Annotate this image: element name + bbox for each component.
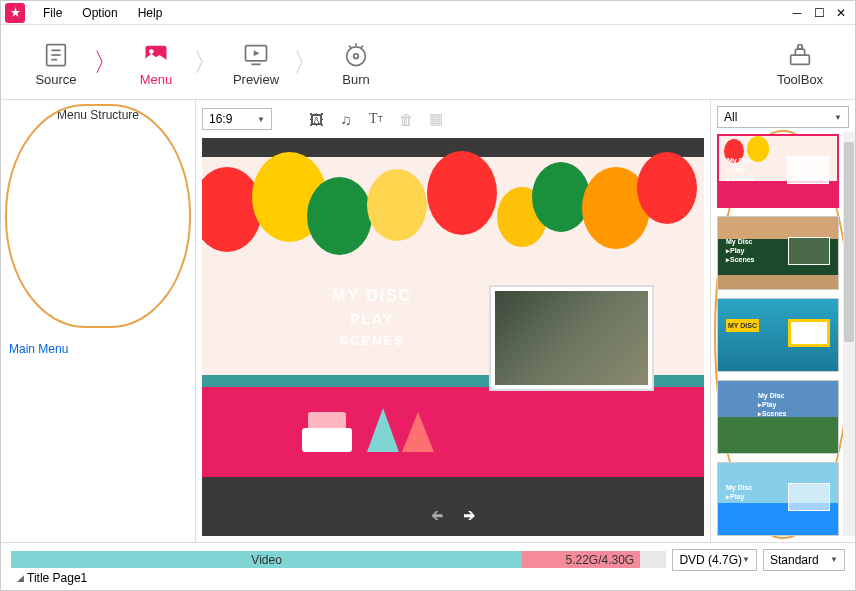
- step-label: Menu: [140, 72, 173, 87]
- menu-icon: [142, 38, 170, 72]
- step-label: Preview: [233, 72, 279, 87]
- menu-file[interactable]: File: [33, 6, 72, 20]
- svg-point-5: [149, 49, 154, 54]
- menu-preview[interactable]: MY DISC PLAY SCENES: [202, 138, 704, 496]
- preview-icon: [242, 38, 270, 72]
- svg-rect-10: [791, 55, 810, 64]
- template-thumbnail[interactable]: My Disc▸Play▸Scenes: [717, 380, 839, 454]
- svg-point-11: [798, 44, 803, 49]
- burn-icon: [342, 38, 370, 72]
- tree-main-menu[interactable]: Main Menu: [9, 128, 187, 570]
- chevron-down-icon: ▼: [742, 555, 750, 564]
- aspect-ratio-select[interactable]: 16:9▼: [202, 108, 272, 130]
- template-thumbnail[interactable]: My Disc▸Play▸Scenes: [717, 216, 839, 290]
- delete-button[interactable]: 🗑: [394, 108, 418, 130]
- quality-select[interactable]: Standard▼: [763, 549, 845, 571]
- disc-type-select[interactable]: DVD (4.7G)▼: [672, 549, 757, 571]
- source-icon: [42, 38, 70, 72]
- video-thumbnail: [495, 291, 648, 385]
- svg-point-8: [347, 46, 366, 65]
- hat-decoration: [367, 408, 399, 452]
- chevron-down-icon: ▼: [834, 113, 842, 122]
- disc-capacity-bar: Video 5.22G/4.30G: [11, 551, 666, 568]
- image-button[interactable]: 🖼: [304, 108, 328, 130]
- balloon-decoration: [532, 162, 590, 232]
- size-label: 5.22G/4.30G: [565, 553, 634, 567]
- hat-decoration: [402, 412, 434, 452]
- chevron-icon: 〉: [196, 25, 216, 100]
- template-thumbnail[interactable]: My Disc▸Play: [717, 462, 839, 536]
- step-label: Source: [35, 72, 76, 87]
- balloon-decoration: [307, 177, 372, 255]
- play-text[interactable]: PLAY: [332, 311, 412, 327]
- scrollbar-thumb[interactable]: [844, 142, 854, 342]
- next-page-button[interactable]: 🡲: [463, 509, 475, 523]
- step-preview[interactable]: Preview: [216, 25, 296, 100]
- step-source[interactable]: Source: [16, 25, 96, 100]
- chevron-down-icon: ▼: [257, 115, 265, 124]
- scenes-text[interactable]: SCENES: [332, 333, 412, 348]
- step-burn[interactable]: Burn: [316, 25, 396, 100]
- chevron-icon: 〉: [296, 25, 316, 100]
- toolbox-button[interactable]: ToolBox: [760, 25, 840, 100]
- cake-decoration: [302, 404, 352, 452]
- step-menu[interactable]: Menu: [116, 25, 196, 100]
- chevron-down-icon: ▼: [830, 555, 838, 564]
- step-label: Burn: [342, 72, 369, 87]
- scrollbar[interactable]: [843, 132, 855, 536]
- menu-option[interactable]: Option: [72, 6, 127, 20]
- chevron-icon: 〉: [96, 25, 116, 100]
- balloon-decoration: [427, 151, 497, 235]
- prev-page-button[interactable]: 🡰: [431, 509, 443, 523]
- tree-item[interactable]: ◢Title Page1: [9, 570, 187, 587]
- template-thumbnail[interactable]: MY DISC: [717, 298, 839, 372]
- video-label: Video: [251, 553, 281, 567]
- disc-title-text[interactable]: MY DISC: [332, 287, 412, 305]
- balloon-decoration: [637, 152, 697, 224]
- document-button[interactable]: ▦: [424, 108, 448, 130]
- text-button[interactable]: TT: [364, 108, 388, 130]
- app-logo: [5, 3, 25, 23]
- menu-help[interactable]: Help: [128, 6, 173, 20]
- svg-point-9: [354, 53, 359, 58]
- toolbox-icon: [786, 38, 814, 72]
- tree-item[interactable]: ◢Title1: [9, 587, 187, 591]
- template-filter-select[interactable]: All▼: [717, 106, 849, 128]
- step-label: ToolBox: [777, 72, 823, 87]
- music-button[interactable]: ♫: [334, 108, 358, 130]
- maximize-button[interactable]: ☐: [809, 5, 829, 21]
- balloon-decoration: [367, 169, 427, 241]
- close-button[interactable]: ✕: [831, 5, 851, 21]
- minimize-button[interactable]: ─: [787, 5, 807, 21]
- video-frame[interactable]: [489, 285, 654, 391]
- panel-header: Menu Structure: [1, 104, 195, 126]
- template-thumbnail[interactable]: My Disc▸Play▸Scenes: [717, 134, 839, 208]
